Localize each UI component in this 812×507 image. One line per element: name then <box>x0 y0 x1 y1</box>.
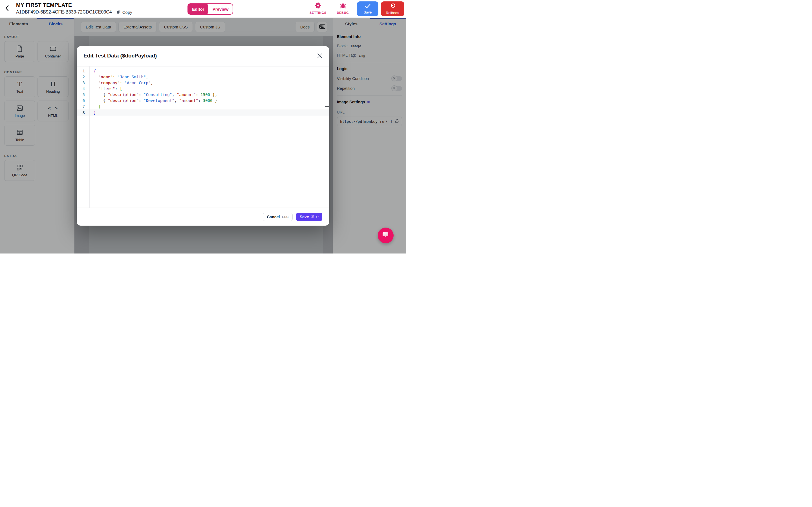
undo-icon <box>390 3 396 10</box>
cancel-button[interactable]: Cancel ESC <box>263 213 292 221</box>
code-line[interactable]: 1{ <box>77 68 329 74</box>
tab-editor[interactable]: Editor <box>188 4 208 14</box>
edit-test-data-modal: Edit Test Data ($docPayload) 1{2 "name":… <box>77 46 329 226</box>
modal-title: Edit Test Data ($docPayload) <box>84 53 157 59</box>
modal-save-shortcut: ⌘ ↩ <box>311 215 319 219</box>
template-header: MY FIRST TEMPLATE A1DBF49D-6B92-4CFE-B33… <box>16 2 132 15</box>
bug-icon <box>340 2 347 10</box>
code-line[interactable]: 3 "company": "Acme Corp", <box>77 80 329 86</box>
gutter-border <box>89 66 90 208</box>
code-line[interactable]: 5 { "description": "Consulting", "amount… <box>77 92 329 98</box>
code-line[interactable]: 4 "items": [ <box>77 86 329 92</box>
code-line[interactable]: 6 { "description": "Development", "amoun… <box>77 98 329 104</box>
chat-bubble-icon <box>382 231 390 240</box>
json-code-editor[interactable]: 1{2 "name": "Jane Smith",3 "company": "A… <box>77 66 329 208</box>
line-number: 3 <box>77 80 87 86</box>
settings-button[interactable]: SETTINGS <box>309 2 327 14</box>
line-number: 4 <box>77 86 87 92</box>
code-line[interactable]: 2 "name": "Jane Smith", <box>77 74 329 80</box>
close-modal-button[interactable] <box>315 51 325 61</box>
settings-label: SETTINGS <box>310 11 326 14</box>
template-id: A1DBF49D-6B92-4CFE-B333-72CDC1CE03C4 <box>16 10 112 15</box>
rollback-label: Rollback <box>386 11 400 15</box>
copy-label: Copy <box>122 10 132 15</box>
editor-scrollbar-track[interactable] <box>325 66 325 208</box>
check-icon <box>364 4 371 10</box>
line-number: 5 <box>77 92 87 98</box>
line-number: 7 <box>77 104 87 110</box>
save-template-button[interactable]: Save <box>357 1 378 16</box>
line-number: 1 <box>77 68 87 74</box>
cancel-shortcut: ESC <box>282 215 289 219</box>
code-line[interactable]: 7 ] <box>77 104 329 110</box>
back-button[interactable] <box>2 4 12 14</box>
back-chevron-icon <box>4 4 11 13</box>
line-number: 8 <box>77 110 87 116</box>
code-lines: 1{2 "name": "Jane Smith",3 "company": "A… <box>77 66 329 116</box>
modal-save-label: Save <box>300 215 309 219</box>
copy-id-button[interactable]: Copy <box>116 9 132 15</box>
cancel-label: Cancel <box>267 215 280 219</box>
copy-icon <box>116 9 121 15</box>
close-icon <box>317 53 322 60</box>
tab-preview[interactable]: Preview <box>208 4 233 14</box>
page-title: MY FIRST TEMPLATE <box>16 2 132 8</box>
debug-button[interactable]: DEBUG <box>334 2 352 14</box>
save-label: Save <box>364 10 372 14</box>
rollback-button[interactable]: Rollback <box>381 1 404 16</box>
editor-scrollbar-mark <box>325 106 329 107</box>
modal-footer: Cancel ESC Save ⌘ ↩ <box>77 208 329 226</box>
modal-header: Edit Test Data ($docPayload) <box>77 46 329 66</box>
code-line[interactable]: 8} <box>77 110 329 116</box>
line-number: 2 <box>77 74 87 80</box>
gear-icon <box>315 2 322 10</box>
line-number: 6 <box>77 98 87 104</box>
modal-save-button[interactable]: Save ⌘ ↩ <box>296 213 322 221</box>
mode-toggle: Editor Preview <box>188 3 233 15</box>
chat-widget-button[interactable] <box>378 228 394 243</box>
debug-label: DEBUG <box>337 11 349 14</box>
top-bar: MY FIRST TEMPLATE A1DBF49D-6B92-4CFE-B33… <box>0 0 406 18</box>
